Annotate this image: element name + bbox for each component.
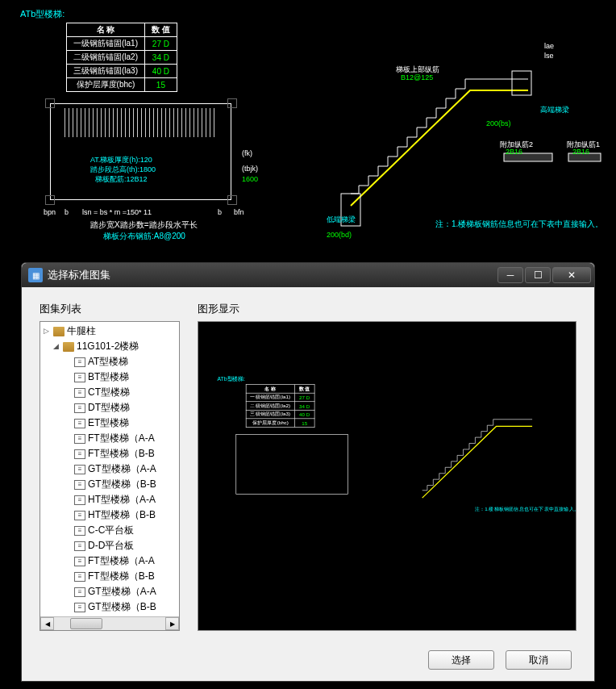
tree-leaf-item[interactable]: ≡AT型楼梯: [42, 354, 177, 370]
label-tbjk: (tbjk): [242, 165, 258, 173]
preview-panel: 图形显示 ATb型楼梯: 名 称数 值 一级钢筋锚固(la1)27 D 二级钢筋…: [198, 302, 576, 631]
label-200bd: 200(bd): [327, 231, 352, 239]
book-icon: [53, 327, 65, 336]
document-icon: ≡: [74, 541, 85, 551]
document-icon: ≡: [74, 495, 85, 505]
row-val: 27 D: [145, 37, 177, 51]
cad-title: ATb型楼梯:: [20, 8, 65, 20]
document-icon: ≡: [74, 480, 85, 490]
label-note: 注：1.楼梯板钢筋信息也可在下表中直接输入。: [435, 219, 603, 230]
document-icon: ≡: [74, 603, 85, 612]
tree-label: ET型楼梯: [88, 415, 129, 431]
tree-container: ▷ 牛腿柱 ◢ 11G101-2楼梯 ≡AT型楼梯≡BT型楼梯≡CT型楼梯≡DT…: [40, 321, 180, 631]
tree-leaf-item[interactable]: ≡FT型楼梯（A-A: [42, 431, 177, 446]
document-icon: ≡: [74, 465, 85, 474]
cad-param-table: 名 称 数 值 一级钢筋锚固(la1)27 D 二级钢筋锚固(la2)34 D …: [66, 23, 177, 92]
label-add1v: 2B16: [572, 148, 589, 156]
document-icon: ≡: [74, 572, 85, 582]
tree-label: FT型楼梯（B-B: [88, 569, 155, 584]
tree-label: GT型楼梯（B-B: [88, 477, 156, 492]
document-icon: ≡: [74, 403, 85, 413]
label-bfn: bfn: [234, 208, 244, 216]
dialog-title: 选择标准图集: [48, 268, 110, 282]
cancel-button[interactable]: 取消: [506, 650, 572, 670]
book-icon: [63, 342, 74, 352]
tree-label: C-C平台板: [88, 523, 134, 538]
tree-leaf-item[interactable]: ≡HT型楼梯（B-B: [42, 507, 177, 523]
tree-leaf-item[interactable]: ≡FT型楼梯（A-A: [42, 553, 177, 569]
label-bpn: bpn: [44, 208, 56, 216]
label-200be: 200(bs): [486, 119, 511, 127]
label-lowbeam: 低端梯梁: [327, 215, 356, 225]
document-icon: ≡: [74, 434, 85, 444]
tree-leaf-item[interactable]: ≡GT型楼梯（A-A: [42, 461, 177, 477]
row-name: 三级钢筋锚固(la3): [67, 65, 145, 78]
tree-leaf-item[interactable]: ≡HT型楼梯（A-A: [42, 492, 177, 507]
maximize-button[interactable]: ☐: [525, 267, 551, 283]
scroll-right-button[interactable]: ▶: [165, 617, 179, 630]
label-fk: (fk): [242, 149, 252, 157]
tree-leaf-item[interactable]: ≡GT型楼梯（B-B: [42, 599, 177, 615]
tree-label: HT型楼梯（B-B: [88, 630, 156, 631]
svg-rect-1: [512, 71, 531, 95]
scroll-left-button[interactable]: ◀: [40, 617, 54, 630]
document-icon: ≡: [74, 357, 85, 367]
preview-thumbnail: ATb型楼梯: 名 称数 值 一级钢筋锚固(la1)27 D 二级钢筋锚固(la…: [205, 370, 576, 525]
expand-icon[interactable]: ▷: [44, 324, 52, 339]
label-lae: lae: [544, 42, 554, 50]
tree-leaf-item[interactable]: ≡HT型楼梯（B-B: [42, 630, 177, 631]
row-name: 二级钢筋锚固(la2): [67, 51, 145, 65]
select-button[interactable]: 选择: [428, 650, 494, 670]
label-b: b: [65, 208, 69, 216]
label-distdesc: 梯板分布钢筋:A8@200: [103, 231, 185, 242]
label-toprebarv: B12@125: [401, 73, 433, 81]
tree-label: D-D平台板: [88, 538, 134, 553]
document-icon: ≡: [74, 526, 85, 536]
label-stepdesc: 踏步宽X踏步数=踏步段水平长: [90, 219, 198, 231]
tree-label: HT型楼梯（B-B: [88, 507, 156, 523]
tree-leaf-item[interactable]: ≡FT型楼梯（B-B: [42, 569, 177, 584]
stair-section-view: 梯板上部纵筋 B12@125 lae lse 高端梯梁 200(bs) 低端梯梁…: [318, 32, 609, 242]
tree-panel-title: 图集列表: [40, 302, 180, 316]
document-icon: ≡: [74, 388, 85, 398]
dialog-titlebar[interactable]: ▦ 选择标准图集 ─ ☐ ✕: [22, 263, 594, 287]
tree-label: 11G101-2楼梯: [77, 339, 139, 354]
select-atlas-dialog: ▦ 选择标准图集 ─ ☐ ✕ 图集列表 ▷ 牛腿柱 ◢: [21, 262, 595, 682]
th-value: 数 值: [145, 23, 177, 37]
document-icon: ≡: [74, 373, 85, 382]
document-icon: ≡: [74, 419, 85, 428]
tree-leaf-item[interactable]: ≡BT型楼梯: [42, 370, 177, 385]
app-icon: ▦: [28, 268, 43, 282]
label-b2: b: [218, 208, 222, 216]
tree-root-item[interactable]: ▷ 牛腿柱: [42, 324, 177, 339]
scroll-thumb[interactable]: [70, 618, 102, 629]
tree-leaf-item[interactable]: ≡FT型楼梯（B-B: [42, 446, 177, 461]
document-icon: ≡: [74, 557, 85, 566]
document-icon: ≡: [74, 587, 85, 597]
close-button[interactable]: ✕: [552, 267, 591, 283]
row-val: 15: [145, 78, 177, 92]
tree-leaf-item[interactable]: ≡GT型楼梯（B-B: [42, 477, 177, 492]
horizontal-scrollbar[interactable]: ◀ ▶: [40, 616, 179, 630]
cad-drawing-area: ATb型楼梯: 名 称 数 值 一级钢筋锚固(la1)27 D 二级钢筋锚固(l…: [0, 0, 616, 250]
document-icon: ≡: [74, 511, 85, 520]
label-rebar: 梯板配筋:12B12: [95, 174, 148, 185]
tree-leaf-item[interactable]: ≡DT型楼梯: [42, 400, 177, 415]
minimize-button[interactable]: ─: [497, 267, 523, 283]
label-add2v: 2B16: [506, 148, 522, 156]
tree-leaf-item[interactable]: ≡GT型楼梯（A-A: [42, 584, 177, 599]
tree-leaf-item[interactable]: ≡CT型楼梯: [42, 385, 177, 400]
tree-leaf-item[interactable]: ≡D-D平台板: [42, 538, 177, 553]
tree-leaf-item[interactable]: ≡C-C平台板: [42, 523, 177, 538]
label-highbeam: 高端梯梁: [540, 105, 569, 115]
tree-label: FT型楼梯（A-A: [88, 553, 155, 569]
tree-root-item[interactable]: ◢ 11G101-2楼梯: [42, 339, 177, 354]
stair-plan-view: AT.梯板厚度(h):120 踏步段总高(th):1800 梯板配筋:12B12: [40, 97, 242, 222]
tree-label: AT型楼梯: [88, 354, 128, 370]
tree-label: GT型楼梯（B-B: [88, 599, 156, 615]
tree-leaf-item[interactable]: ≡ET型楼梯: [42, 415, 177, 431]
collapse-icon[interactable]: ◢: [53, 339, 61, 354]
tree-label: GT型楼梯（A-A: [88, 461, 156, 477]
preview-viewport[interactable]: ATb型楼梯: 名 称数 值 一级钢筋锚固(la1)27 D 二级钢筋锚固(la…: [198, 321, 576, 631]
label-lsn: lsn = bs * m =150* 11: [82, 208, 152, 216]
